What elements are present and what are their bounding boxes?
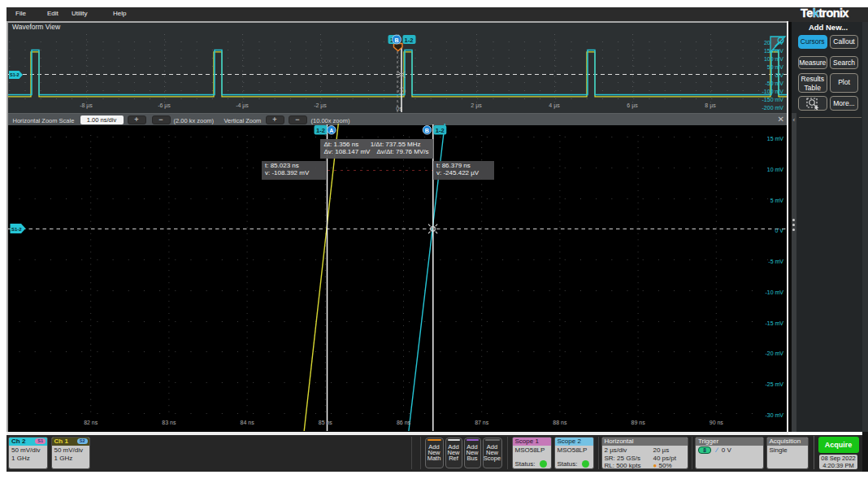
svg-text:-25 mV: -25 mV (765, 381, 783, 387)
svg-text:S1-2: S1-2 (11, 227, 22, 232)
svg-text:85 ns: 85 ns (318, 420, 332, 425)
svg-text:1-2: 1-2 (316, 127, 325, 134)
svg-text:86 ns: 86 ns (396, 420, 410, 425)
svg-text:B: B (394, 37, 398, 42)
svg-text:5 mV: 5 mV (770, 198, 783, 203)
svg-text:-100 mV: -100 mV (762, 89, 783, 94)
svg-text:82 ns: 82 ns (84, 420, 98, 425)
svg-text:-5 mV: -5 mV (768, 259, 783, 264)
svg-text:4 µs: 4 µs (549, 102, 560, 109)
svg-text:-15 mV: -15 mV (765, 320, 783, 326)
svg-text:50 mV: 50 mV (766, 64, 783, 70)
svg-text:0 V: 0 V (775, 72, 783, 78)
svg-text:A: A (329, 128, 333, 133)
svg-text:90 ns: 90 ns (709, 420, 723, 425)
svg-text:2 µs: 2 µs (471, 102, 482, 109)
svg-text:-6 µs: -6 µs (158, 102, 171, 109)
svg-text:-10 mV: -10 mV (765, 290, 783, 295)
svg-text:1-2: 1-2 (435, 127, 444, 134)
svg-text:10 mV: 10 mV (766, 167, 783, 172)
svg-text:0 V: 0 V (775, 228, 783, 233)
svg-text:-8 µs: -8 µs (80, 102, 93, 109)
svg-text:-200 mV: -200 mV (762, 105, 783, 111)
svg-text:S1-2: S1-2 (10, 72, 20, 77)
svg-text:-20 mV: -20 mV (765, 351, 783, 356)
svg-text:B: B (424, 128, 428, 133)
svg-text:-4 µs: -4 µs (236, 102, 249, 109)
svg-text:-2 µs: -2 µs (314, 102, 327, 109)
svg-text:6 µs: 6 µs (627, 102, 638, 109)
svg-text:100 mV: 100 mV (763, 56, 783, 62)
svg-text:-30 mV: -30 mV (765, 412, 783, 418)
svg-text:89 ns: 89 ns (631, 420, 645, 425)
svg-text:83 ns: 83 ns (162, 420, 176, 425)
svg-text:88 ns: 88 ns (553, 420, 567, 425)
svg-text:1-2: 1-2 (404, 36, 413, 43)
svg-text:87 ns: 87 ns (475, 420, 489, 425)
svg-text:-50 mV: -50 mV (765, 81, 783, 86)
svg-text:15 mV: 15 mV (766, 136, 783, 142)
svg-text:84 ns: 84 ns (240, 420, 254, 425)
svg-text:8 µs: 8 µs (705, 102, 716, 109)
svg-text:-150 mV: -150 mV (762, 97, 783, 102)
